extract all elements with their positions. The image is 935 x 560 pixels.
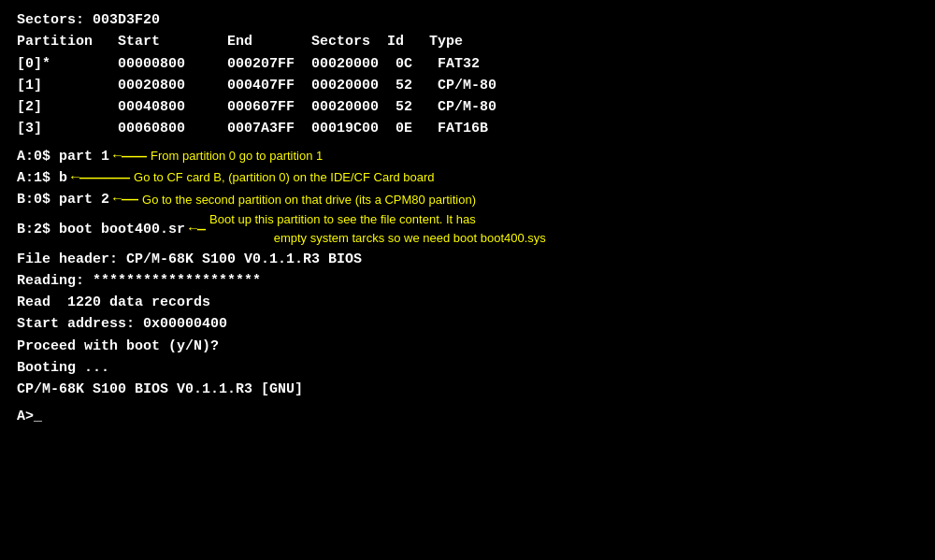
table-row: [0]* 00000800 000207FF 00020000 0C FAT32 — [17, 53, 918, 75]
prompt-3: B:0$ part 2 — [17, 189, 109, 210]
annotation-4: ←— Boot up this partition to see the fil… — [189, 210, 546, 248]
col-type: Type — [429, 31, 463, 52]
output-prompt: A>_ — [17, 406, 918, 427]
command-line-3: B:0$ part 2 ←—— Go to the second partiti… — [17, 189, 918, 210]
annotation-3: ←—— Go to the second partition on that d… — [113, 189, 476, 210]
col-sectors: Sectors — [311, 31, 387, 52]
col-start: Start — [118, 31, 227, 52]
table-header: Partition Start End Sectors Id Type — [17, 31, 918, 52]
sectors-line: Sectors: 003D3F20 — [17, 9, 918, 31]
col-end: End — [227, 31, 311, 52]
annotation-1: ←——— From partition 0 go to partition 1 — [113, 146, 323, 167]
table-row: [2] 00040800 000607FF 00020000 52 CP/M-8… — [17, 96, 918, 118]
command-line-4: B:2$ boot boot400.sr ←— Boot up this par… — [17, 210, 918, 248]
col-partition: Partition — [17, 31, 118, 52]
col-id: Id — [387, 31, 429, 52]
prompt-4: B:2$ boot boot400.sr — [17, 219, 185, 240]
output-bios-version: CP/M-68K S100 BIOS V0.1.1.R3 [GNU] — [17, 379, 918, 400]
sectors-label: Sectors: — [17, 9, 84, 31]
output-reading: Reading: ******************** — [17, 270, 918, 292]
output-proceed: Proceed with boot (y/N)? — [17, 336, 918, 357]
prompt-2: A:1$ b — [17, 167, 67, 189]
terminal-screen: Sectors: 003D3F20 Partition Start End Se… — [0, 0, 935, 438]
output-start-address: Start address: 0x00000400 — [17, 313, 918, 335]
output-file-header: File header: CP/M-68K S100 V0.1.1.R3 BIO… — [17, 249, 918, 270]
table-row: [1] 00020800 000407FF 00020000 52 CP/M-8… — [17, 75, 918, 96]
sectors-value: 003D3F20 — [84, 9, 160, 31]
table-row: [3] 00060800 0007A3FF 00019C00 0E FAT16B — [17, 118, 918, 139]
output-read-records: Read 1220 data records — [17, 292, 918, 313]
command-line-1: A:0$ part 1 ←——— From partition 0 go to … — [17, 146, 918, 167]
prompt-1: A:0$ part 1 — [17, 146, 109, 167]
output-booting: Booting ... — [17, 357, 918, 379]
annotation-2: ←—————— Go to CF card B, (partition 0) o… — [71, 167, 435, 189]
command-line-2: A:1$ b ←—————— Go to CF card B, (partiti… — [17, 167, 918, 189]
